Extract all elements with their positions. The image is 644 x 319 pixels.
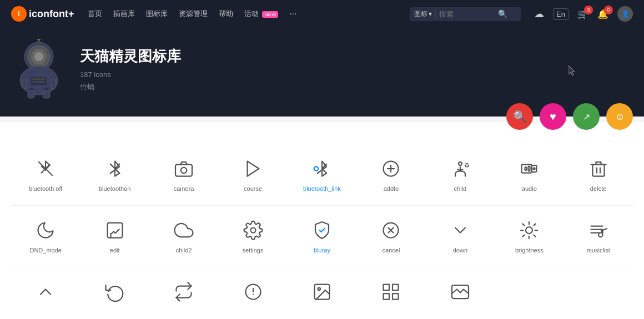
bluetooth-on-icon [104,158,126,180]
up-icon [34,281,57,303]
svg-rect-59 [384,293,390,300]
cancel-icon [380,219,402,241]
list-item[interactable]: bluetoothon [80,144,149,201]
banner-info: 天猫精灵图标库 187 icons 竹蛹 [80,47,633,92]
list-item[interactable]: edit [80,206,149,262]
search-input[interactable] [439,10,495,18]
search-button[interactable]: 🔍 [498,9,507,18]
search-divider [435,9,436,18]
icon-label: bluetoothon [99,185,131,192]
addto-icon [380,158,402,180]
nav-activity[interactable]: 活动 NEW [244,9,279,19]
icon-label: edit [110,247,120,254]
list-item[interactable]: DND_mode [11,206,80,262]
nav-resources[interactable]: 资源管理 [179,9,208,19]
cart-button[interactable]: 🛒 3 [577,9,588,19]
down-icon [449,219,471,241]
activity-badge: NEW [262,11,278,18]
svg-line-51 [602,229,607,230]
list-item[interactable]: delete [564,144,633,201]
robot-illustration [11,39,67,100]
banner-actions: 🔍 ♥ ↗ ⊙ [506,103,633,130]
svg-point-56 [318,288,320,291]
list-item[interactable]: brightness [495,206,564,262]
search-type-select[interactable]: 图标 ▾ [414,9,432,19]
notification-button[interactable]: 🔔 0 [597,9,608,19]
download-action-button[interactable]: ⊙ [606,103,633,130]
edit-icon [104,219,126,241]
list-item[interactable] [149,267,218,317]
logo-text: iconfont+ [29,8,74,20]
icons-section: bluetooth off bluetoothon camera course [0,122,644,319]
svg-point-3 [34,52,43,61]
bluetooth-off-icon [34,158,57,180]
picture-icon [449,281,471,303]
svg-rect-5 [28,92,34,98]
nav-illustrations[interactable]: 插画库 [113,9,135,19]
bluray-icon [311,219,333,241]
share-action-button[interactable]: ↗ [573,103,600,130]
icon-label: bluray [314,247,330,254]
list-item[interactable] [218,267,287,317]
svg-rect-9 [22,79,27,89]
svg-line-42 [523,224,525,225]
user-avatar[interactable]: 👤 [617,6,633,22]
navbar: i iconfont+ 首页 插画库 图标库 资源管理 帮助 活动 NEW ··… [0,0,644,28]
icon-label: child2 [176,247,192,254]
nav-more[interactable]: ··· [289,9,296,19]
dnd-mode-icon [34,219,57,241]
svg-rect-29 [534,168,535,170]
list-item[interactable] [11,267,80,317]
list-item[interactable]: musiclist [564,206,633,262]
list-item[interactable]: course [218,144,287,201]
audio-icon [518,158,540,180]
list-item[interactable]: settings [218,206,287,262]
logo-icon: i [11,6,27,22]
icon-label: delete [590,185,607,192]
brightness-icon [518,219,540,241]
course-icon [242,158,264,180]
list-item[interactable]: addto [356,144,425,201]
grid-icon [380,281,402,303]
lang-switch[interactable]: En [553,8,568,20]
svg-rect-33 [107,223,122,238]
list-item[interactable]: down [426,206,495,262]
delete-icon [587,158,610,180]
list-item[interactable] [288,267,356,317]
site-logo[interactable]: i iconfont+ [11,6,74,22]
nav-home[interactable]: 首页 [88,9,102,19]
nav-help[interactable]: 帮助 [219,9,233,19]
svg-rect-10 [51,79,56,89]
list-item[interactable]: bluetooth off [11,144,80,201]
svg-rect-60 [393,293,399,300]
svg-rect-13 [32,81,46,83]
svg-rect-12 [32,78,46,80]
list-item[interactable]: bluetooth_link [288,144,356,201]
icon-count: 187 icons [80,70,633,79]
list-item[interactable] [80,267,149,317]
icon-label: musiclist [587,247,610,254]
list-item[interactable]: bluray [288,206,356,262]
list-item[interactable] [356,267,425,317]
list-item[interactable]: audio [495,144,564,201]
upload-button[interactable]: ☁ [534,8,544,20]
list-item[interactable]: child [426,144,495,201]
refresh-icon [104,281,126,303]
search-action-button[interactable]: 🔍 [506,103,533,130]
svg-point-35 [250,228,255,233]
list-item[interactable]: camera [149,144,218,201]
svg-line-47 [534,224,536,225]
icon-label: course [244,185,262,192]
svg-rect-27 [529,166,530,171]
nav-icons[interactable]: 图标库 [146,9,168,19]
search-bar: 图标 ▾ 🔍 [410,7,521,21]
icon-label: child [454,185,467,192]
banner: 天猫精灵图标库 187 icons 竹蛹 🔍 ♥ ↗ ⊙ [0,28,644,117]
list-item[interactable]: child2 [149,206,218,262]
child2-icon [173,219,195,241]
list-item[interactable]: cancel [356,206,425,262]
svg-rect-26 [525,167,527,170]
like-action-button[interactable]: ♥ [540,103,566,130]
list-item[interactable] [426,267,495,317]
icon-label: camera [174,185,194,192]
